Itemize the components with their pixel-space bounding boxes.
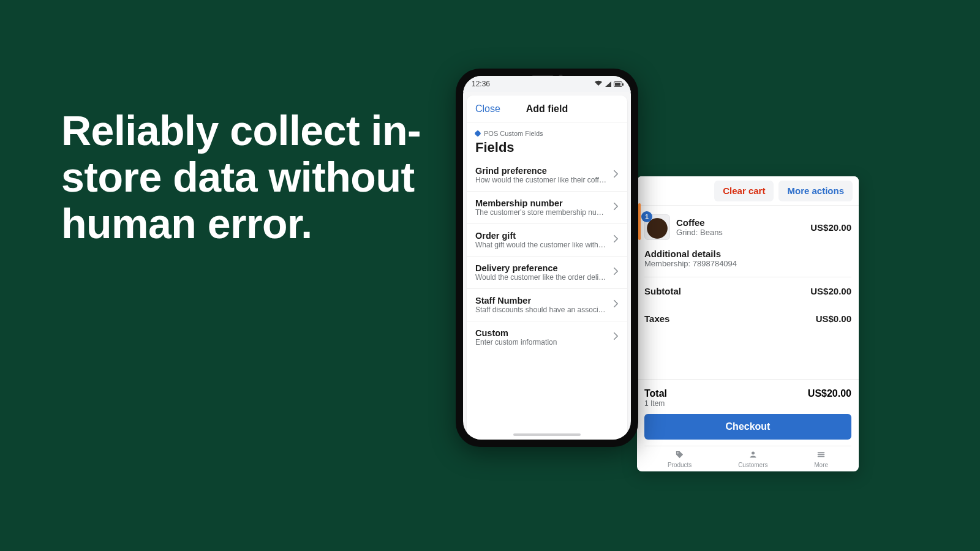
field-list: Grind preferenceHow would the customer l… [467,159,627,353]
status-time: 12:36 [472,80,490,88]
product-thumbnail: 1 [644,214,670,240]
add-field-modal: Close Add field POS Custom Fields Fields… [467,96,627,440]
home-indicator [513,433,581,436]
field-row-subtitle: Staff discounts should have an associate… [475,305,607,314]
promo-stage: Reliably collect in-store data without h… [0,0,980,551]
app-badge-icon [474,130,481,137]
more-actions-button[interactable]: More actions [778,181,853,201]
modal-header: Close Add field [467,96,627,122]
page-headline: Reliably collect in-store data without h… [61,107,459,247]
pos-top-bar: Clear cart More actions [637,176,859,206]
field-row-subtitle: Would the customer like the order delive… [475,273,607,282]
status-icons [594,80,622,88]
wifi-icon [594,80,603,88]
chevron-right-icon [613,299,619,310]
section-title: Fields [475,140,619,156]
cart-item-price: US$20.00 [810,222,851,233]
additional-details-line: Membership: 7898784094 [644,259,851,268]
cart-line-item[interactable]: 1 Coffee Grind: Beans US$20.00 [644,211,851,246]
nav-products[interactable]: Products [668,450,692,468]
field-row-title: Custom [475,328,607,338]
total-row: Total 1 Item US$20.00 [644,383,851,414]
field-row-subtitle: Enter custom information [475,338,607,347]
qty-badge: 1 [641,211,652,222]
subtotal-row: Subtotal US$20.00 [644,277,851,305]
nav-customers[interactable]: Customers [738,450,767,468]
field-row-subtitle: What gift would the customer like with t… [475,241,607,249]
chevron-right-icon [613,267,619,278]
phone-device-frame: 12:36 Close Add field POS Custom Fields [456,69,638,447]
modal-title: Add field [526,103,568,114]
person-icon [748,450,758,460]
taxes-row: Taxes US$0.00 [644,305,851,332]
battery-icon [614,81,622,87]
field-row-title: Membership number [475,198,607,208]
field-row-title: Grind preference [475,166,607,176]
pos-footer: Total 1 Item US$20.00 Checkout Products [637,379,859,471]
field-row[interactable]: CustomEnter custom information [467,321,627,353]
phone-screen: 12:36 Close Add field POS Custom Fields [463,76,631,440]
field-row-title: Order gift [475,231,607,241]
chevron-right-icon [613,170,619,181]
cart-item-name: Coffee [676,217,804,228]
field-row-title: Delivery preference [475,263,607,273]
svg-point-1 [752,451,755,454]
field-row-subtitle: How would the customer like their coffee… [475,176,607,184]
additional-details-heading: Additional details [644,249,851,259]
status-bar: 12:36 [463,76,631,92]
menu-icon [816,450,826,460]
chevron-right-icon [613,332,619,343]
close-button[interactable]: Close [475,103,500,114]
clear-cart-button[interactable]: Clear cart [714,181,774,201]
pos-cart-body: 1 Coffee Grind: Beans US$20.00 Additiona… [637,206,859,379]
chevron-right-icon [613,234,619,246]
chevron-right-icon [613,202,619,213]
field-row[interactable]: Grind preferenceHow would the customer l… [467,159,627,192]
tag-icon [675,450,684,460]
field-row-title: Staff Number [475,296,607,305]
nav-more[interactable]: More [814,450,828,468]
field-row[interactable]: Staff NumberStaff discounts should have … [467,289,627,321]
field-row-subtitle: The customer's store membership number [475,208,607,217]
signal-icon [605,81,611,87]
field-row[interactable]: Order giftWhat gift would the customer l… [467,224,627,257]
app-name-tag: POS Custom Fields [475,130,619,137]
checkout-button[interactable]: Checkout [644,414,851,440]
pos-cart-panel: Clear cart More actions 1 Coffee Grind: … [637,176,859,471]
pos-bottom-nav: Products Customers More [644,446,851,471]
field-row[interactable]: Membership numberThe customer's store me… [467,192,627,224]
field-row[interactable]: Delivery preferenceWould the customer li… [467,257,627,289]
svg-point-0 [677,452,679,453]
cart-item-variant: Grind: Beans [676,228,804,237]
